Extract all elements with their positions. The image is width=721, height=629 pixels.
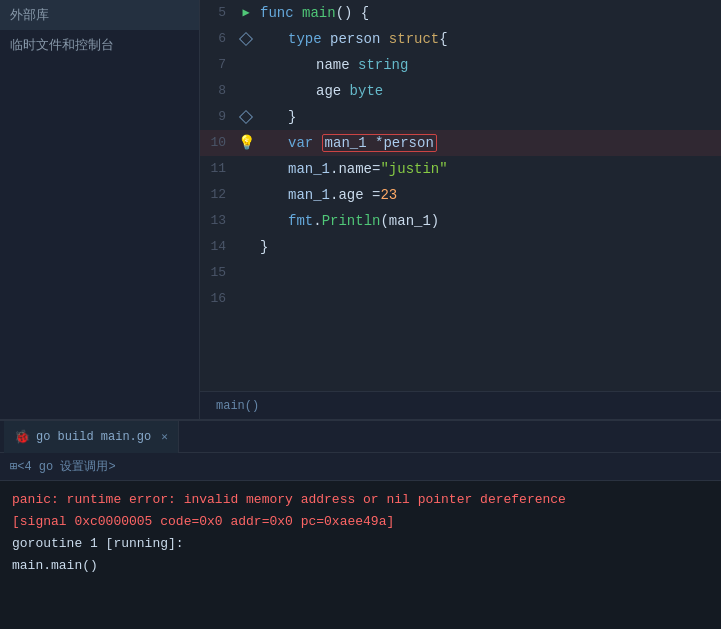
line-number: 7 [200, 52, 236, 78]
bug-icon: 🐞 [14, 429, 30, 445]
line-content: man_1.name="justin" [256, 156, 721, 182]
terminal-line: [signal 0xc0000005 code=0x0 addr=0x0 pc=… [12, 511, 709, 533]
sidebar: 外部库 临时文件和控制台 [0, 0, 200, 419]
terminal-line: panic: runtime error: invalid memory add… [12, 489, 709, 511]
token: . [313, 213, 321, 229]
token: Println [322, 213, 381, 229]
terminal-content: panic: runtime error: invalid memory add… [0, 481, 721, 629]
line-gutter: 💡 [236, 130, 256, 156]
line-content [256, 260, 721, 286]
line-number: 5 [200, 0, 236, 26]
sidebar-item-temp-console[interactable]: 临时文件和控制台 [0, 30, 199, 60]
code-line: 5▶func main() { [200, 0, 721, 26]
close-icon[interactable]: ✕ [161, 430, 168, 443]
token: (man_1) [380, 213, 439, 229]
code-container[interactable]: 5▶func main() {6type person struct{7name… [200, 0, 721, 391]
token: fmt [288, 213, 313, 229]
play-icon: ▶ [242, 0, 249, 26]
terminal-panel: 🐞 go build main.go ✕ ⊞<4 go 设置调用> panic:… [0, 419, 721, 629]
code-line: 12man_1.age =23 [200, 182, 721, 208]
token: .name= [330, 161, 380, 177]
token: var [288, 135, 322, 151]
line-number: 10 [200, 130, 236, 156]
line-content: } [256, 104, 721, 130]
editor-status: main() [200, 391, 721, 419]
token: 23 [380, 187, 397, 203]
line-content: age byte [256, 78, 721, 104]
line-number: 15 [200, 260, 236, 286]
token: struct [389, 31, 439, 47]
line-number: 6 [200, 26, 236, 52]
terminal-tab-label: go build main.go [36, 430, 151, 444]
token: .age = [330, 187, 380, 203]
diamond-icon [239, 32, 253, 46]
code-line: 8age byte [200, 78, 721, 104]
code-line: 16 [200, 286, 721, 312]
code-line: 14} [200, 234, 721, 260]
line-content: var man_1 *person [256, 130, 721, 156]
line-content: } [256, 234, 721, 260]
token: () { [336, 5, 370, 21]
line-number: 14 [200, 234, 236, 260]
token: man_1 [288, 187, 330, 203]
code-line: 11man_1.name="justin" [200, 156, 721, 182]
code-line: 7name string [200, 52, 721, 78]
terminal-tabs: 🐞 go build main.go ✕ [0, 421, 721, 453]
token: person [330, 31, 389, 47]
terminal-line: goroutine 1 [running]: [12, 533, 709, 555]
code-line: 10💡var man_1 *person [200, 130, 721, 156]
token: main [302, 5, 336, 21]
token: byte [350, 83, 384, 99]
bulb-icon[interactable]: 💡 [238, 130, 255, 156]
token: type [288, 31, 330, 47]
token: string [358, 57, 408, 73]
code-line: 6type person struct{ [200, 26, 721, 52]
diamond-icon [239, 110, 253, 124]
line-number: 11 [200, 156, 236, 182]
terminal-tab-build[interactable]: 🐞 go build main.go ✕ [4, 421, 179, 453]
code-line: 15 [200, 260, 721, 286]
line-content: fmt.Println(man_1) [256, 208, 721, 234]
token: "justin" [380, 161, 447, 177]
line-content: man_1.age =23 [256, 182, 721, 208]
main-area: 外部库 临时文件和控制台 5▶func main() {6type person… [0, 0, 721, 419]
token: } [288, 109, 296, 125]
terminal-toolbar: ⊞<4 go 设置调用> [0, 453, 721, 481]
line-number: 8 [200, 78, 236, 104]
line-content: type person struct{ [256, 26, 721, 52]
line-gutter [236, 34, 256, 44]
line-content: func main() { [256, 0, 721, 26]
terminal-line: main.main() [12, 555, 709, 577]
line-content [256, 286, 721, 312]
editor-area: 5▶func main() {6type person struct{7name… [200, 0, 721, 419]
editor-breadcrumb: main() [216, 399, 259, 413]
token: man_1 *person [322, 134, 437, 152]
code-line: 13fmt.Println(man_1) [200, 208, 721, 234]
token: { [439, 31, 447, 47]
token: } [260, 239, 268, 255]
line-number: 13 [200, 208, 236, 234]
line-number: 9 [200, 104, 236, 130]
token: name [316, 57, 358, 73]
token: func [260, 5, 302, 21]
line-gutter [236, 112, 256, 122]
line-number: 16 [200, 286, 236, 312]
terminal-toolbar-label: ⊞<4 go 设置调用> [10, 458, 116, 475]
token: man_1 [288, 161, 330, 177]
line-gutter: ▶ [236, 0, 256, 26]
token: age [316, 83, 350, 99]
line-number: 12 [200, 182, 236, 208]
code-line: 9} [200, 104, 721, 130]
line-content: name string [256, 52, 721, 78]
sidebar-item-external-lib[interactable]: 外部库 [0, 0, 199, 30]
